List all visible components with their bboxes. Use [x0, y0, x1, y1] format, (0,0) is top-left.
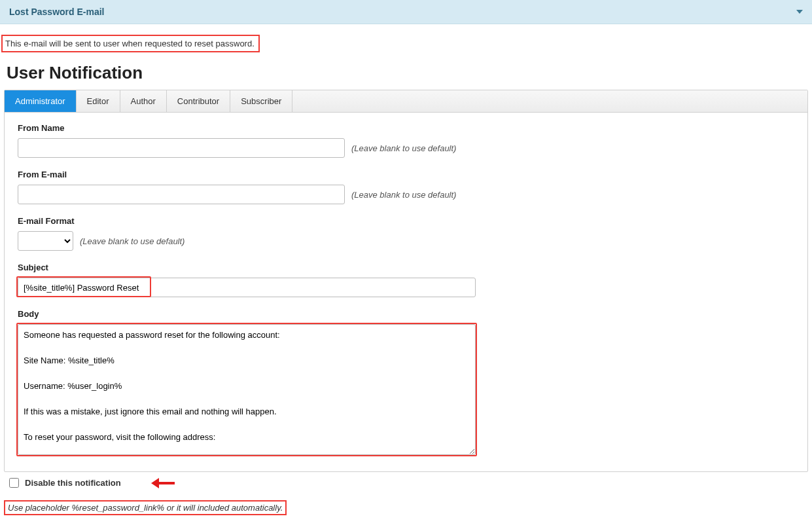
- tab-panel: Administrator Editor Author Contributor …: [4, 90, 808, 472]
- disable-row: Disable this notification: [7, 476, 812, 490]
- arrow-left-icon: [151, 481, 175, 486]
- from-email-input[interactable]: [18, 185, 345, 204]
- from-name-label: From Name: [18, 123, 794, 133]
- field-body: Body: [18, 309, 794, 457]
- subject-input[interactable]: [18, 278, 476, 297]
- tab-administrator[interactable]: Administrator: [5, 90, 77, 112]
- tab-editor[interactable]: Editor: [77, 90, 120, 112]
- field-subject: Subject: [18, 263, 794, 297]
- section-heading: User Notification: [7, 63, 812, 83]
- from-email-hint: (Leave blank to use default): [351, 190, 456, 200]
- disable-label: Disable this notification: [25, 478, 121, 488]
- tab-contributor[interactable]: Contributor: [167, 90, 230, 112]
- field-email-format: E-mail Format (Leave blank to use defaul…: [18, 216, 794, 251]
- from-email-label: From E-mail: [18, 170, 794, 179]
- body-label: Body: [18, 309, 794, 319]
- placeholder-note: Use placeholder %reset_password_link% or…: [4, 500, 287, 515]
- email-format-select[interactable]: [18, 231, 73, 251]
- body-textarea[interactable]: [18, 324, 476, 455]
- tab-author[interactable]: Author: [120, 90, 167, 112]
- form-body: From Name (Leave blank to use default) F…: [5, 113, 807, 471]
- panel-content: This e-mail will be sent to user when re…: [0, 24, 812, 515]
- panel-title: Lost Password E-mail: [9, 7, 104, 17]
- email-format-hint: (Leave blank to use default): [80, 236, 185, 246]
- field-from-name: From Name (Leave blank to use default): [18, 123, 794, 158]
- chevron-down-icon[interactable]: [796, 10, 803, 14]
- disable-checkbox[interactable]: [9, 478, 19, 488]
- field-from-email: From E-mail (Leave blank to use default): [18, 170, 794, 204]
- panel-header[interactable]: Lost Password E-mail: [0, 0, 812, 24]
- tabs-bar: Administrator Editor Author Contributor …: [5, 90, 807, 113]
- tab-subscriber[interactable]: Subscriber: [230, 90, 292, 112]
- panel-description: This e-mail will be sent to user when re…: [1, 35, 260, 52]
- from-name-hint: (Leave blank to use default): [351, 143, 456, 153]
- email-format-label: E-mail Format: [18, 216, 794, 226]
- from-name-input[interactable]: [18, 138, 345, 158]
- subject-label: Subject: [18, 263, 794, 272]
